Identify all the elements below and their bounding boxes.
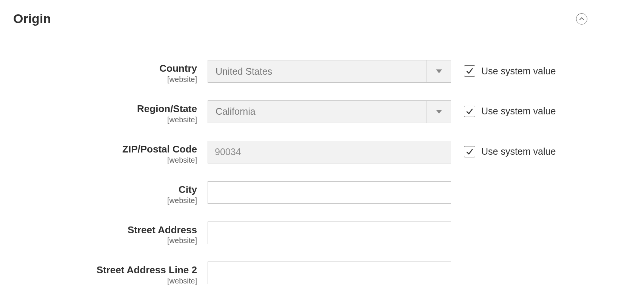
label-cell-country: Country [website] bbox=[13, 60, 208, 84]
use-system-checkbox-zip[interactable] bbox=[464, 146, 475, 157]
svg-marker-1 bbox=[436, 110, 442, 114]
scope-country: [website] bbox=[13, 75, 197, 84]
control-street1 bbox=[208, 222, 451, 244]
control-country: United States bbox=[208, 60, 451, 83]
control-city bbox=[208, 181, 451, 204]
row-country: Country [website] United States Use syst bbox=[13, 60, 631, 84]
section-title: Origin bbox=[13, 11, 51, 26]
label-cell-zip: ZIP/Postal Code [website] bbox=[13, 141, 208, 165]
label-cell-street1: Street Address [website] bbox=[13, 222, 208, 245]
city-input[interactable] bbox=[208, 181, 451, 204]
use-system-checkbox-country[interactable] bbox=[464, 65, 475, 77]
use-system-checkbox-region[interactable] bbox=[464, 106, 475, 117]
label-city: City bbox=[13, 184, 197, 196]
checkmark-icon bbox=[466, 148, 473, 156]
label-cell-region: Region/State [website] bbox=[13, 100, 208, 124]
street2-input[interactable] bbox=[208, 262, 451, 284]
label-cell-city: City [website] bbox=[13, 181, 208, 205]
row-city: City [website] bbox=[13, 181, 631, 205]
label-street1: Street Address bbox=[13, 225, 197, 236]
dropdown-arrow-icon bbox=[427, 60, 451, 82]
country-select-value: United States bbox=[208, 66, 427, 77]
row-street2: Street Address Line 2 [website] bbox=[13, 262, 631, 285]
scope-zip: [website] bbox=[13, 156, 197, 165]
row-region: Region/State [website] California Use sy bbox=[13, 100, 631, 124]
system-cell-zip: Use system value bbox=[451, 141, 556, 157]
label-country: Country bbox=[13, 63, 197, 74]
checkmark-icon bbox=[466, 108, 473, 115]
dropdown-arrow-icon bbox=[427, 101, 451, 123]
scope-street2: [website] bbox=[13, 277, 197, 285]
label-zip: ZIP/Postal Code bbox=[13, 144, 197, 155]
origin-section: Origin Country [website] United States bbox=[0, 0, 644, 308]
svg-marker-0 bbox=[436, 69, 442, 73]
control-zip bbox=[208, 141, 451, 163]
scope-street1: [website] bbox=[13, 236, 197, 245]
section-header: Origin bbox=[13, 11, 631, 26]
row-zip: ZIP/Postal Code [website] Use system val… bbox=[13, 141, 631, 165]
form-rows: Country [website] United States Use syst bbox=[13, 60, 631, 285]
scope-city: [website] bbox=[13, 196, 197, 205]
use-system-label-region: Use system value bbox=[481, 106, 556, 117]
control-region: California bbox=[208, 100, 451, 123]
label-street2: Street Address Line 2 bbox=[13, 265, 197, 276]
label-region: Region/State bbox=[13, 103, 197, 115]
control-street2 bbox=[208, 262, 451, 284]
system-cell-region: Use system value bbox=[451, 100, 556, 117]
street1-input[interactable] bbox=[208, 222, 451, 244]
use-system-label-country: Use system value bbox=[481, 66, 556, 77]
region-select-value: California bbox=[208, 106, 427, 117]
label-cell-street2: Street Address Line 2 [website] bbox=[13, 262, 208, 285]
region-select[interactable]: California bbox=[208, 100, 451, 123]
scope-region: [website] bbox=[13, 116, 197, 124]
checkmark-icon bbox=[466, 67, 473, 75]
system-cell-country: Use system value bbox=[451, 60, 556, 77]
collapse-toggle[interactable] bbox=[576, 13, 587, 25]
use-system-label-zip: Use system value bbox=[481, 146, 556, 157]
zip-input[interactable] bbox=[208, 141, 451, 163]
row-street1: Street Address [website] bbox=[13, 222, 631, 245]
country-select[interactable]: United States bbox=[208, 60, 451, 83]
chevron-up-icon bbox=[579, 16, 584, 22]
